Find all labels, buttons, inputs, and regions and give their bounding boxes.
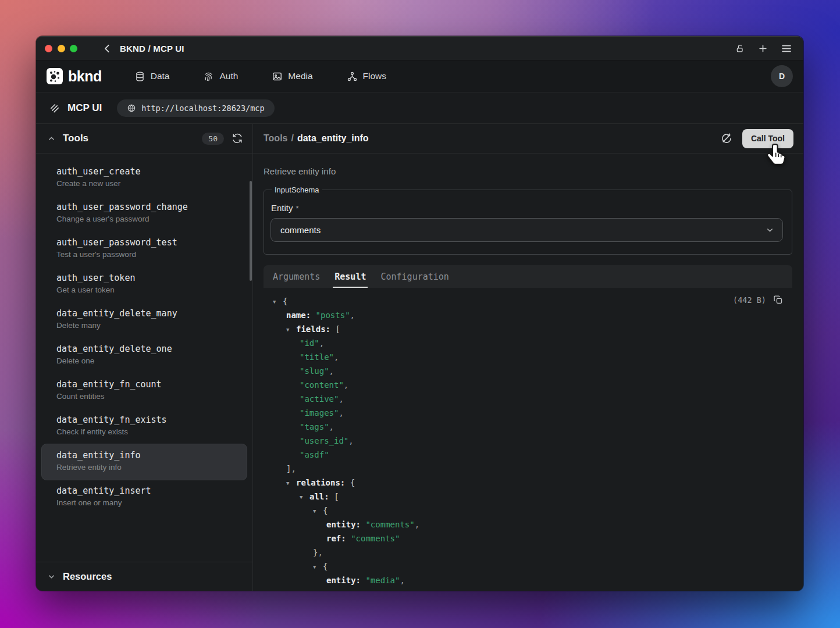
tool-detail-header: Tools / data_entity_info Call Tool (253, 124, 803, 154)
window-title: BKND / MCP UI (120, 44, 184, 53)
tool-description: Delete one (56, 356, 239, 365)
result-size-label: (442 B) (733, 295, 766, 305)
tools-section-header[interactable]: Tools 50 (36, 124, 252, 154)
json-line: "active", (264, 392, 792, 406)
sidebar-tool-auth_user_token[interactable]: auth_user_tokenGet a user token (42, 267, 247, 302)
sidebar-tool-data_entity_fn_count[interactable]: data_entity_fn_countCount entities (42, 373, 247, 409)
tab-result[interactable]: Result (334, 265, 366, 288)
tab-label: Arguments (273, 272, 320, 282)
tab-arguments[interactable]: Arguments (273, 265, 320, 288)
breadcrumb-current: data_entity_info (297, 133, 369, 144)
tool-name: auth_user_password_change (56, 202, 239, 212)
maximize-window-icon[interactable] (70, 45, 77, 52)
tool-name: data_entity_fn_exists (56, 415, 239, 425)
json-punctuation: { (345, 478, 355, 487)
json-line: ▼{ (264, 294, 792, 308)
json-line: entity: "comments", (264, 518, 792, 531)
user-avatar[interactable]: D (771, 65, 793, 87)
tool-description: Retrieve entity info (56, 463, 239, 472)
chevron-down-icon (766, 226, 774, 234)
unlock-button[interactable] (735, 44, 745, 53)
json-punctuation: [ (329, 492, 339, 501)
nav-label: Media (288, 71, 312, 81)
nav-item-auth[interactable]: Auth (203, 71, 238, 82)
json-punctuation: , (350, 311, 355, 320)
minimize-window-icon[interactable] (58, 45, 65, 52)
tool-detail-body: Retrieve entity info InputSchema Entity*… (253, 154, 803, 591)
sidebar-tool-data_entity_fn_exists[interactable]: data_entity_fn_existsCheck if entity exi… (42, 409, 247, 444)
copy-result-button[interactable] (773, 295, 783, 305)
chevron-down-icon (47, 572, 56, 581)
nav-item-flows[interactable]: Flows (347, 71, 386, 82)
json-line: }, (264, 545, 792, 559)
mcp-url-pill[interactable]: http://localhost:28623/mcp (117, 99, 274, 117)
nav-label: Auth (219, 71, 238, 81)
copy-icon (773, 295, 783, 305)
mcp-toolbar: MCP UI http://localhost:28623/mcp (36, 92, 803, 124)
nav-item-data[interactable]: Data (134, 71, 170, 82)
json-line: "title", (264, 350, 792, 364)
json-string-value: "images" (346, 590, 390, 591)
breadcrumb-section[interactable]: Tools (264, 133, 287, 144)
json-key: fields: (296, 324, 330, 334)
collapse-triangle-icon[interactable]: ▼ (300, 490, 309, 504)
json-punctuation: [ (330, 324, 340, 334)
result-tabbar: Arguments Result Configuration (264, 265, 792, 288)
entity-select[interactable]: comments (270, 218, 783, 242)
call-tool-button[interactable]: Call Tool (742, 129, 793, 148)
brand-logo[interactable]: bknd (47, 68, 102, 85)
tool-name: data_entity_delete_one (56, 344, 239, 354)
sidebar-tool-auth_user_create[interactable]: auth_user_createCreate a new user (42, 160, 247, 196)
json-punctuation: , (339, 408, 343, 418)
sidebar-tool-auth_user_password_test[interactable]: auth_user_password_testTest a user's pas… (42, 231, 247, 267)
sidebar-tool-data_entity_info[interactable]: data_entity_infoRetrieve entity info (42, 444, 247, 480)
tool-name: auth_user_create (56, 166, 239, 177)
layers-icon (49, 102, 60, 114)
tool-description-text: Retrieve entity info (264, 166, 792, 176)
menu-button[interactable] (781, 44, 792, 53)
json-line: ▼relations: { (264, 476, 792, 490)
refresh-tools-button[interactable] (232, 133, 243, 144)
sidebar-tool-data_entity_insert[interactable]: data_entity_insertInsert one or many (42, 480, 247, 515)
close-window-icon[interactable] (45, 45, 52, 52)
json-key: ref: (326, 590, 346, 591)
auto-refresh-off-button[interactable] (721, 133, 732, 144)
json-punctuation: , (339, 394, 343, 404)
json-string-value: "title" (300, 352, 334, 362)
json-line: name: "posts", (264, 308, 792, 322)
plus-icon (758, 44, 768, 53)
brand-name: bknd (68, 68, 102, 85)
tool-description: Get a user token (56, 286, 239, 294)
json-result-viewer: (442 B) ▼{name: "posts",▼fields: ["id","… (264, 294, 792, 591)
tool-description: Create a new user (56, 179, 239, 188)
required-mark: * (296, 204, 299, 213)
collapse-triangle-icon[interactable]: ▼ (286, 323, 296, 337)
resources-title: Resources (63, 571, 112, 582)
database-icon (134, 71, 145, 82)
collapse-triangle-icon[interactable]: ▼ (313, 504, 323, 518)
back-button[interactable] (102, 44, 112, 53)
new-tab-button[interactable] (758, 44, 768, 53)
json-punctuation: , (319, 338, 324, 348)
json-string-value: "comments" (361, 520, 415, 529)
json-key: name: (286, 311, 311, 320)
tab-configuration[interactable]: Configuration (380, 265, 449, 288)
json-punctuation: { (283, 297, 287, 306)
sidebar-tool-data_entity_delete_many[interactable]: data_entity_delete_manyDelete many (42, 302, 247, 338)
sidebar-tool-data_entity_delete_one[interactable]: data_entity_delete_oneDelete one (42, 338, 247, 373)
resources-section-header[interactable]: Resources (36, 562, 252, 591)
refresh-off-icon (721, 133, 732, 144)
json-punctuation: , (334, 352, 339, 362)
nav-item-media[interactable]: Media (272, 71, 312, 82)
json-line: entity: "media", (264, 573, 792, 587)
collapse-triangle-icon[interactable]: ▼ (273, 295, 283, 309)
json-punctuation: { (323, 506, 328, 515)
tab-label: Result (334, 272, 366, 282)
tool-name: data_entity_info (56, 450, 239, 461)
collapse-triangle-icon[interactable]: ▼ (313, 560, 323, 574)
json-line: "id", (264, 336, 792, 350)
collapse-triangle-icon[interactable]: ▼ (286, 476, 296, 490)
sidebar-scrollbar[interactable] (250, 181, 252, 281)
sidebar-tool-auth_user_password_change[interactable]: auth_user_password_changeChange a user's… (42, 196, 247, 231)
json-string-value: "posts" (311, 311, 350, 320)
